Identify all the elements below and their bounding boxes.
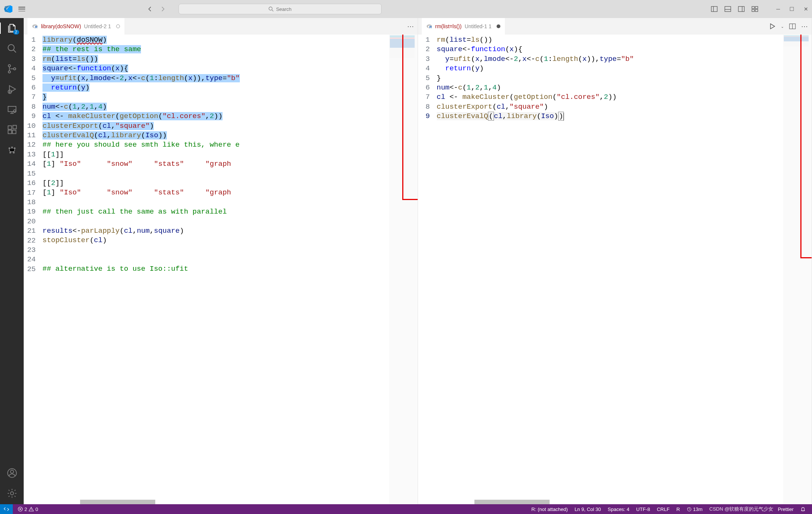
- notifications-button[interactable]: [797, 506, 809, 512]
- svg-point-14: [13, 110, 16, 112]
- problems-button[interactable]: 2 0: [14, 506, 41, 512]
- svg-point-25: [10, 470, 13, 473]
- svg-point-9: [8, 65, 11, 67]
- svg-point-20: [11, 147, 13, 149]
- svg-rect-6: [752, 9, 754, 12]
- r-file-icon: R: [32, 23, 38, 29]
- activity-testing[interactable]: [6, 144, 18, 156]
- r-status[interactable]: R: (not attached): [528, 506, 571, 512]
- hscrollbar[interactable]: [474, 500, 550, 504]
- run-dropdown[interactable]: ⌄: [781, 24, 784, 29]
- svg-rect-5: [755, 6, 758, 9]
- layout-right-icon[interactable]: [738, 6, 745, 12]
- title-bar: Search ─ ☐ ✕: [0, 0, 812, 18]
- layout-bottom-icon[interactable]: [724, 6, 731, 12]
- svg-point-8: [8, 45, 14, 51]
- svg-rect-3: [738, 6, 744, 12]
- svg-rect-7: [755, 9, 758, 12]
- activity-explorer[interactable]: 2: [6, 23, 18, 34]
- svg-point-21: [14, 147, 15, 149]
- nav-back-button[interactable]: [145, 5, 155, 14]
- nav-forward-button[interactable]: [158, 5, 167, 14]
- search-icon: [268, 6, 274, 12]
- svg-point-19: [8, 147, 10, 149]
- layout-customize-icon[interactable]: [751, 6, 758, 12]
- layout-left-icon[interactable]: [711, 6, 718, 12]
- cursor-position[interactable]: Ln 9, Col 30: [571, 506, 604, 512]
- editor-group-left: R library(doSNOW) Untitled-2 1 ⋯ 1234567…: [24, 18, 418, 504]
- encoding[interactable]: UTF-8: [633, 506, 653, 512]
- annotation-redbox-left: [402, 35, 418, 200]
- activity-settings[interactable]: [6, 488, 18, 499]
- more-actions-button[interactable]: ⋯: [407, 22, 414, 30]
- close-button[interactable]: ✕: [804, 6, 808, 12]
- activity-debug[interactable]: [6, 83, 18, 95]
- svg-rect-13: [8, 106, 16, 112]
- svg-point-0: [269, 7, 273, 10]
- activity-remote[interactable]: [6, 104, 18, 115]
- status-bar: 2 0 R: (not attached) Ln 9, Col 30 Space…: [0, 504, 812, 514]
- activity-account[interactable]: [6, 467, 18, 479]
- svg-rect-16: [8, 130, 11, 133]
- activity-bar: 2: [0, 18, 24, 504]
- unsaved-dot-icon: [116, 24, 120, 28]
- svg-rect-18: [13, 125, 16, 129]
- remote-button[interactable]: [0, 504, 13, 514]
- editor-right[interactable]: 123456789 rm(list=ls())square<-function(…: [418, 35, 812, 504]
- run-button[interactable]: [769, 23, 776, 30]
- minimize-button[interactable]: ─: [776, 6, 780, 12]
- prettier-status[interactable]: CSDN @软糖有度的元气少女 Prettier: [706, 506, 797, 512]
- svg-point-11: [14, 68, 16, 70]
- svg-rect-2: [725, 6, 731, 12]
- svg-rect-4: [752, 6, 754, 9]
- svg-rect-1: [711, 6, 717, 12]
- split-button[interactable]: [789, 23, 796, 30]
- svg-text:R: R: [429, 25, 432, 29]
- svg-point-26: [10, 492, 13, 495]
- activity-extensions[interactable]: [6, 124, 18, 135]
- eol[interactable]: CRLF: [653, 506, 673, 512]
- svg-point-22: [9, 152, 11, 154]
- search-placeholder: Search: [276, 6, 291, 12]
- explorer-badge: 2: [13, 30, 19, 35]
- menu-button[interactable]: [18, 7, 25, 11]
- hscrollbar[interactable]: [80, 500, 155, 504]
- tab-right[interactable]: R rm(list=ls()) Untitled-1 1: [422, 18, 505, 35]
- svg-rect-17: [12, 130, 16, 133]
- maximize-button[interactable]: ☐: [789, 6, 794, 12]
- editor-group-right: R rm(list=ls()) Untitled-1 1 ⌄ ⋯ 1234567…: [418, 18, 812, 504]
- tab-left[interactable]: R library(doSNOW) Untitled-2 1: [27, 18, 124, 35]
- annotation-redbox-right: [800, 35, 812, 258]
- activity-source-control[interactable]: [6, 63, 18, 74]
- unsaved-dot-icon: [497, 24, 500, 28]
- svg-text:R: R: [35, 25, 38, 29]
- time-counter[interactable]: 13m: [683, 506, 706, 512]
- more-actions-button[interactable]: ⋯: [801, 22, 808, 30]
- indentation[interactable]: Spaces: 4: [604, 506, 633, 512]
- svg-rect-15: [8, 126, 11, 129]
- search-input[interactable]: Search: [179, 4, 382, 14]
- svg-point-10: [8, 71, 11, 73]
- r-file-icon: R: [426, 23, 432, 29]
- svg-point-23: [13, 152, 15, 154]
- language-mode[interactable]: R: [673, 506, 683, 512]
- activity-search[interactable]: [6, 43, 18, 54]
- editor-left[interactable]: 1234567891011121314151617181920212223242…: [24, 35, 418, 504]
- vscode-logo-icon: [4, 5, 13, 14]
